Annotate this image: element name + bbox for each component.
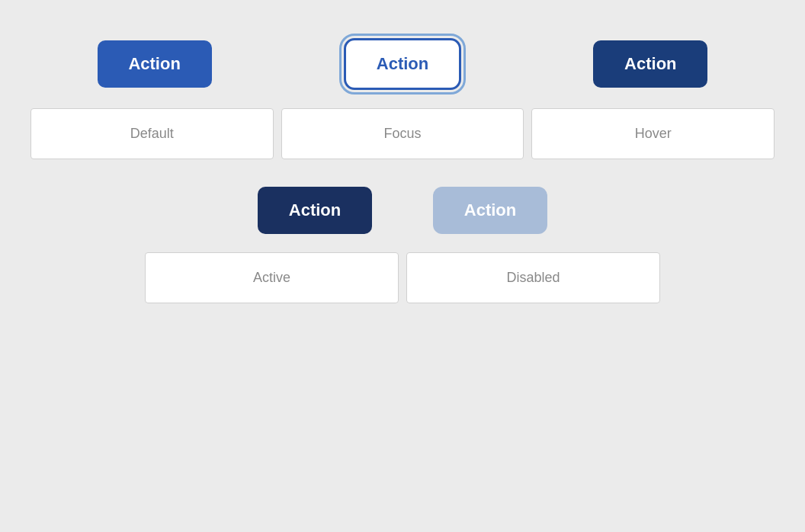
hover-label: Hover bbox=[531, 108, 775, 159]
button-states-row-2: Action Action bbox=[30, 187, 775, 234]
disabled-label: Disabled bbox=[406, 252, 660, 303]
default-label: Default bbox=[30, 108, 274, 159]
active-label: Active bbox=[145, 252, 399, 303]
focus-col: Action bbox=[278, 38, 526, 90]
active-button[interactable]: Action bbox=[258, 187, 372, 234]
disabled-button: Action bbox=[433, 187, 547, 234]
page-container: Action Action Action Default Focus Hover… bbox=[0, 0, 805, 532]
hover-col: Action bbox=[527, 40, 775, 88]
default-col: Action bbox=[30, 40, 278, 88]
hover-button[interactable]: Action bbox=[593, 40, 707, 88]
button-states-row-1: Action Action Action bbox=[30, 38, 775, 90]
state-labels-row-2: Active Disabled bbox=[30, 252, 775, 303]
focus-label: Focus bbox=[281, 108, 524, 159]
default-button[interactable]: Action bbox=[98, 40, 212, 88]
state-labels-row-1: Default Focus Hover bbox=[30, 108, 775, 159]
focus-button[interactable]: Action bbox=[344, 38, 461, 90]
